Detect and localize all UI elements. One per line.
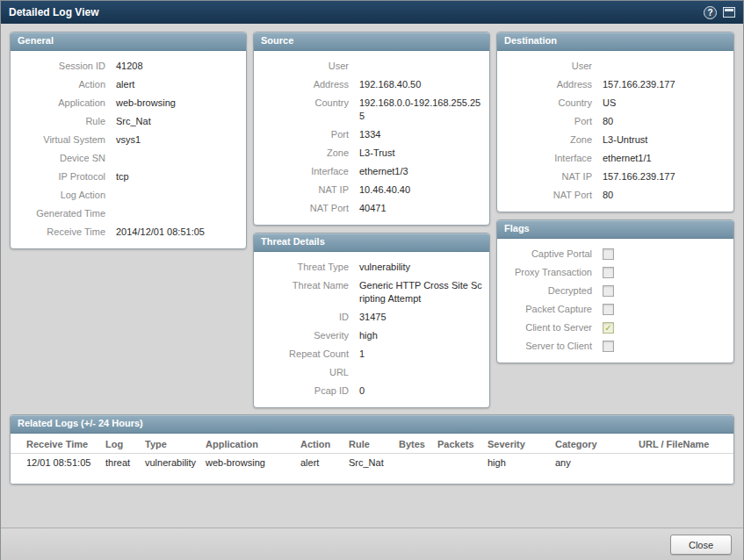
flag-label: Proxy Transaction [504, 266, 603, 279]
close-button[interactable]: Close [670, 535, 732, 555]
flag-row: Proxy Transaction ✓ [504, 263, 726, 282]
threat-details-panel-header: Threat Details [254, 233, 489, 252]
cell-category: any [548, 454, 632, 471]
flag-checkbox[interactable]: ✓ [603, 267, 614, 278]
field-value: web-browsing [116, 97, 239, 110]
flag-checkbox[interactable]: ✓ [603, 304, 614, 315]
field-value: L3-Untrust [603, 133, 726, 147]
field-label: User [261, 60, 359, 73]
column-header-category: Category [548, 435, 632, 453]
field-row: NAT Port 40471 [261, 199, 482, 218]
field-row: Threat Name Generic HTTP Cross Site Scri… [261, 276, 482, 308]
column-header-action: Action [293, 435, 342, 453]
destination-fields: User Address 157.166.239.177 Country US … [497, 51, 733, 212]
field-value: vulnerability [359, 261, 482, 274]
cell-type: vulnerability [138, 454, 199, 471]
field-label: Threat Type [261, 261, 359, 274]
field-row: Country 192.168.0.0-192.168.255.255 [261, 94, 482, 126]
source-fields: User Address 192.168.40.50 Country 192.1… [254, 51, 489, 225]
column-left: General Session ID 41208 Action alert Ap… [10, 32, 247, 249]
field-row: Port 1334 [261, 126, 482, 144]
field-value: ethernet1/1 [603, 152, 726, 165]
field-row: Device SN [18, 149, 239, 168]
field-label: Receive Time [18, 226, 116, 239]
flag-checkbox[interactable]: ✓ [603, 341, 614, 352]
cell-url-filename [632, 459, 733, 466]
dialog-title: Detailed Log View [9, 6, 704, 18]
field-value: Src_Nat [116, 115, 239, 128]
flag-label: Captive Portal [504, 248, 603, 261]
field-value: 157.166.239.177 [603, 78, 726, 91]
field-row: Repeat Count 1 [261, 345, 482, 363]
field-label: User [504, 60, 603, 73]
column-middle: Source User Address 192.168.40.50 Countr… [253, 32, 490, 408]
field-label: Session ID [18, 60, 116, 73]
column-header-receive-time: Receive Time [11, 435, 98, 453]
field-label: Port [261, 128, 359, 141]
field-label: Interface [261, 165, 359, 178]
column-header-url-filename: URL / FileName [632, 435, 733, 453]
flag-row: Server to Client ✓ [504, 337, 726, 355]
panel-columns: General Session ID 41208 Action alert Ap… [10, 32, 734, 408]
field-row: Interface ethernet1/1 [504, 149, 726, 168]
field-label: Severity [261, 329, 359, 342]
field-label: Pcap ID [261, 384, 359, 398]
flag-checkbox[interactable]: ✓ [603, 285, 614, 297]
column-right: Destination User Address 157.166.239.177… [496, 32, 734, 363]
source-panel: Source User Address 192.168.40.50 Countr… [253, 32, 490, 226]
cell-application: web-browsing [199, 454, 293, 471]
related-log-row[interactable]: 12/01 08:51:05 threat vulnerability web-… [11, 454, 733, 471]
field-label: Repeat Count [261, 348, 359, 361]
field-row: Rule Src_Nat [18, 112, 239, 131]
popout-window-icon[interactable] [723, 7, 735, 18]
field-label: Rule [18, 115, 116, 128]
field-label: Country [261, 97, 359, 110]
flag-row: Decrypted ✓ [504, 282, 726, 300]
flag-checkbox[interactable]: ✓ [603, 248, 614, 260]
field-row: NAT IP 157.166.239.177 [504, 168, 726, 186]
detailed-log-view-dialog: Detailed Log View ? General Session ID 4… [0, 0, 744, 560]
field-label: Application [18, 97, 116, 110]
field-row: Address 192.168.40.50 [261, 75, 482, 94]
field-label: IP Protocol [18, 170, 116, 183]
flags-panel-header: Flags [497, 220, 733, 239]
titlebar-icons: ? [704, 6, 735, 19]
field-value: 192.168.0.0-192.168.255.255 [359, 97, 482, 123]
destination-panel: Destination User Address 157.166.239.177… [496, 32, 734, 212]
field-row: Pcap ID 0 [261, 382, 482, 400]
field-row: NAT Port 80 [504, 186, 726, 205]
column-header-packets: Packets [430, 435, 480, 453]
cell-rule: Src_Nat [342, 454, 392, 471]
field-value: vsys1 [116, 133, 239, 147]
field-label: Zone [504, 133, 603, 147]
flag-row: Packet Capture ✓ [504, 300, 726, 319]
field-row: Interface ethernet1/3 [261, 162, 482, 181]
related-logs-panel: Related Logs (+/- 24 Hours) Receive Time… [10, 414, 734, 485]
threat-details-fields: Threat Type vulnerability Threat Name Ge… [254, 252, 489, 407]
related-logs-panel-header: Related Logs (+/- 24 Hours) [11, 415, 733, 434]
field-row: Zone L3-Untrust [504, 131, 726, 149]
related-logs-table: Receive Time Log Type Application Action… [11, 434, 733, 484]
field-label: Zone [261, 147, 359, 160]
field-row: Severity high [261, 327, 482, 345]
field-label: Action [18, 78, 116, 91]
field-label: ID [261, 311, 359, 324]
field-row: Log Action [18, 186, 239, 205]
field-value: 41208 [116, 60, 239, 73]
field-label: Generated Time [18, 207, 116, 220]
field-row: Action alert [18, 75, 239, 94]
field-row: Virtual System vsys1 [18, 131, 239, 149]
field-value: high [359, 329, 482, 342]
flags-list: Captive Portal ✓ Proxy Transaction ✓ Dec… [497, 239, 733, 363]
flag-checkbox[interactable]: ✓ [603, 322, 614, 334]
field-row: Zone L3-Trust [261, 144, 482, 162]
related-logs-header-row: Receive Time Log Type Application Action… [11, 435, 733, 454]
flag-label: Packet Capture [504, 303, 603, 316]
field-label: Log Action [18, 189, 116, 202]
flag-row: Client to Server ✓ [504, 319, 726, 337]
field-row: Application web-browsing [18, 94, 239, 112]
field-row: ID 31475 [261, 308, 482, 327]
help-icon[interactable]: ? [704, 6, 717, 19]
field-value: 80 [603, 189, 726, 202]
field-label: NAT IP [504, 170, 603, 183]
